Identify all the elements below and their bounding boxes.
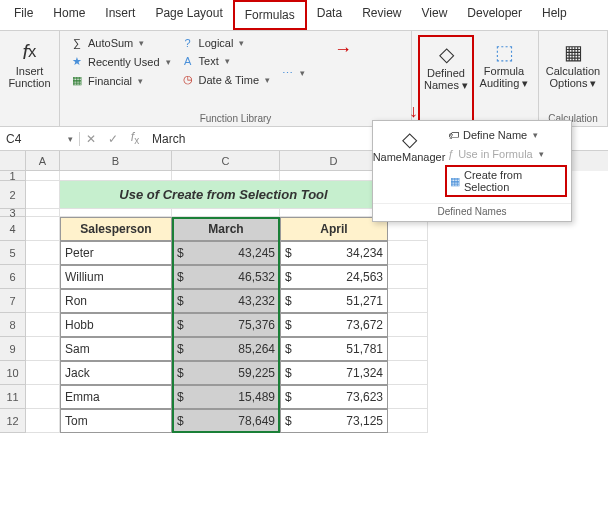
worksheet[interactable]: Use of Create from Selection ToolSalespe… [26,171,428,433]
column-header-b[interactable]: B [60,151,172,171]
cell-april[interactable]: $73,672 [280,313,388,337]
cell-name[interactable]: Peter [60,241,172,265]
cell[interactable] [60,171,172,181]
cell-march[interactable]: $78,649 [172,409,280,433]
date-time-button[interactable]: ◷Date & Time▾ [177,71,275,88]
recently-used-button[interactable]: ★Recently Used▾ [66,53,175,70]
cell[interactable] [26,265,60,289]
cancel-formula-button[interactable]: ✕ [80,132,102,146]
cell-name[interactable]: Tom [60,409,172,433]
cell[interactable] [172,171,280,181]
cell[interactable] [26,313,60,337]
cell[interactable] [388,289,428,313]
insert-function-button[interactable]: fx InsertFunction [6,35,53,124]
menu-data[interactable]: Data [307,0,352,30]
cell-april[interactable]: $34,234 [280,241,388,265]
menu-insert[interactable]: Insert [95,0,145,30]
menu-view[interactable]: View [412,0,458,30]
row-header-11[interactable]: 11 [0,385,26,409]
cell[interactable] [26,217,60,241]
fx-button[interactable]: fx [124,130,146,146]
cell-april[interactable]: $51,781 [280,337,388,361]
cell-march[interactable]: $46,532 [172,265,280,289]
menu-formulas[interactable]: Formulas [233,0,307,30]
cell[interactable] [26,289,60,313]
cell[interactable] [60,209,172,217]
cell-april[interactable]: $51,271 [280,289,388,313]
cell[interactable] [388,409,428,433]
menu-help[interactable]: Help [532,0,577,30]
menu-page-layout[interactable]: Page Layout [145,0,232,30]
cell[interactable] [388,361,428,385]
define-name-item[interactable]: 🏷Define Name▾ [445,127,567,143]
menu-developer[interactable]: Developer [457,0,532,30]
text-button[interactable]: AText▾ [177,53,275,69]
enter-formula-button[interactable]: ✓ [102,132,124,146]
cell-april[interactable]: $71,324 [280,361,388,385]
row-headers: 123456789101112 [0,171,26,433]
cell-march[interactable]: $85,264 [172,337,280,361]
more-functions-button[interactable]: ⋯▾ [276,65,309,82]
cell-march[interactable]: $15,489 [172,385,280,409]
row-header-7[interactable]: 7 [0,289,26,313]
clock-icon: ◷ [181,73,195,86]
cell[interactable] [26,171,60,181]
row-header-4[interactable]: 4 [0,217,26,241]
defined-names-button[interactable]: ◇ DefinedNames ▾ [418,35,474,124]
cell-name[interactable]: Emma [60,385,172,409]
cell-name[interactable]: Jack [60,361,172,385]
calc-options-label: CalculationOptions ▾ [546,65,600,89]
autosum-button[interactable]: ∑AutoSum▾ [66,35,175,51]
cell-name[interactable]: Hobb [60,313,172,337]
cell[interactable] [388,337,428,361]
formula-auditing-button[interactable]: ⬚ FormulaAuditing ▾ [476,35,532,124]
cell-name[interactable]: Willium [60,265,172,289]
cell[interactable] [388,313,428,337]
cell[interactable] [388,385,428,409]
row-header-5[interactable]: 5 [0,241,26,265]
cell[interactable] [26,409,60,433]
row-header-9[interactable]: 9 [0,337,26,361]
menu-home[interactable]: Home [43,0,95,30]
use-in-formula-item: ƒUse in Formula▾ [445,146,567,162]
cell-name[interactable]: Ron [60,289,172,313]
financial-button[interactable]: ▦Financial▾ [66,72,175,89]
logical-button[interactable]: ?Logical▾ [177,35,275,51]
row-header-10[interactable]: 10 [0,361,26,385]
menu-review[interactable]: Review [352,0,411,30]
cell-april[interactable]: $73,623 [280,385,388,409]
cell[interactable] [388,241,428,265]
cell-name[interactable]: Sam [60,337,172,361]
cell-april[interactable]: $73,125 [280,409,388,433]
name-box[interactable]: C4▾ [0,132,80,146]
cell[interactable] [26,385,60,409]
cell[interactable] [26,361,60,385]
title-cell[interactable]: Use of Create from Selection Tool [60,181,388,209]
header-march[interactable]: March [172,217,280,241]
calculation-options-button[interactable]: ▦ CalculationOptions ▾ [545,35,601,111]
cell-march[interactable]: $43,245 [172,241,280,265]
cell[interactable] [26,209,60,217]
cell[interactable] [388,265,428,289]
cell-march[interactable]: $59,225 [172,361,280,385]
cell[interactable] [26,337,60,361]
name-manager-button[interactable]: ◇ NameManager [377,127,441,197]
column-header-a[interactable]: A [26,151,60,171]
create-from-selection-item[interactable]: ▦Create from Selection [445,165,567,197]
row-header-1[interactable]: 1 [0,171,26,181]
row-header-8[interactable]: 8 [0,313,26,337]
cell-april[interactable]: $24,563 [280,265,388,289]
header-salesperson[interactable]: Salesperson [60,217,172,241]
cell-march[interactable]: $75,376 [172,313,280,337]
cell[interactable] [26,241,60,265]
cell[interactable] [26,181,60,209]
row-header-2[interactable]: 2 [0,181,26,209]
select-all-corner[interactable] [0,151,26,171]
column-header-c[interactable]: C [172,151,280,171]
cell[interactable] [172,209,280,217]
row-header-3[interactable]: 3 [0,209,26,217]
cell-march[interactable]: $43,232 [172,289,280,313]
row-header-6[interactable]: 6 [0,265,26,289]
row-header-12[interactable]: 12 [0,409,26,433]
menu-file[interactable]: File [4,0,43,30]
